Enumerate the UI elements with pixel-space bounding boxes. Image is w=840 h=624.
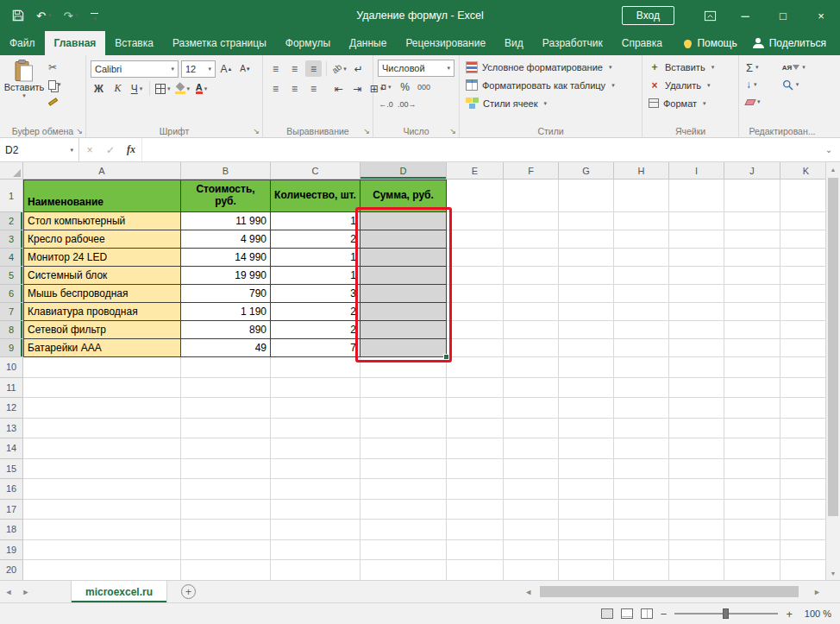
cell-H16[interactable] [614,479,669,500]
cell-F1[interactable] [504,180,559,212]
cell-B10[interactable] [181,357,271,378]
row-header-16[interactable]: 16 [0,479,23,500]
cell-F5[interactable] [504,267,559,285]
cell-D17[interactable] [360,500,447,520]
cell-C17[interactable] [271,500,360,520]
cell-F10[interactable] [504,357,559,378]
cell-H12[interactable] [614,398,669,419]
bold-button[interactable]: Ж [91,80,107,97]
cell-A19[interactable] [23,540,181,561]
cell-G1[interactable] [559,180,614,212]
cell-J3[interactable] [724,230,780,249]
cell-K9[interactable] [780,339,825,357]
cell-C20[interactable] [271,560,360,580]
clear-button[interactable]: ▾ [746,94,774,110]
sheet-tab[interactable]: microexcel.ru [71,581,167,602]
cell-B9[interactable]: 49 [181,339,271,357]
cell-E16[interactable] [447,479,504,500]
cell-E17[interactable] [447,500,504,520]
number-format-combo[interactable]: Числовой ▾ [378,60,454,77]
row-header-17[interactable]: 17 [0,500,23,520]
row-header-2[interactable]: 2 [0,212,23,230]
cell-J14[interactable] [724,438,780,459]
cell-K10[interactable] [780,357,825,378]
cell-A20[interactable] [23,560,181,580]
cell-K3[interactable] [780,230,825,249]
align-top-button[interactable]: ≡ [267,60,284,77]
cell-C12[interactable] [271,398,360,419]
cell-H11[interactable] [614,378,669,399]
tab-Формулы[interactable]: Формулы [276,31,340,55]
zoom-in-button[interactable]: + [786,608,793,621]
cell-C9[interactable]: 7 [271,339,360,357]
zoom-slider-thumb[interactable] [723,608,729,619]
cell-D16[interactable] [360,479,447,500]
horizontal-scroll-thumb[interactable] [540,586,799,597]
cell-F9[interactable] [504,339,559,357]
align-left-button[interactable]: ≡ [267,80,284,97]
cell-D4[interactable] [360,249,447,267]
cell-E9[interactable] [447,339,504,357]
comma-style-button[interactable]: 000 [416,79,432,95]
cell-C3[interactable]: 2 [271,230,360,249]
cell-D9[interactable] [360,339,447,357]
enter-button[interactable]: ✓ [100,138,121,161]
vertical-scroll-thumb[interactable] [828,178,838,516]
italic-button[interactable]: К [110,80,126,97]
cut-button[interactable]: ✂ [48,60,61,74]
tab-Вид[interactable]: Вид [495,31,533,55]
cell-I16[interactable] [669,479,724,500]
cell-C16[interactable] [271,479,360,500]
cell-C11[interactable] [271,378,360,399]
cell-D13[interactable] [360,419,447,439]
align-right-button[interactable]: ≡ [305,80,322,97]
cell-K12[interactable] [780,398,825,419]
cell-I4[interactable] [669,249,724,267]
zoom-level[interactable]: 100 % [800,608,831,619]
cell-A3[interactable]: Кресло рабочее [23,230,181,249]
cell-B19[interactable] [181,540,271,561]
tab-Рецензирование[interactable]: Рецензирование [396,31,495,55]
cell-I14[interactable] [669,438,724,459]
percent-style-button[interactable]: % [397,79,413,95]
cell-A17[interactable] [23,500,181,520]
cell-F12[interactable] [504,398,559,419]
cell-J2[interactable] [724,212,780,230]
cell-I15[interactable] [669,459,724,480]
column-header-C[interactable]: C [271,162,360,180]
cell-B15[interactable] [181,459,271,480]
cell-A2[interactable]: Стол компьютерный [23,212,181,230]
cell-E19[interactable] [447,540,504,561]
row-header-9[interactable]: 9 [0,339,23,357]
cell-F16[interactable] [504,479,559,500]
cell-G4[interactable] [559,249,614,267]
cell-H14[interactable] [614,438,669,459]
cell-F2[interactable] [504,212,559,230]
cell-F15[interactable] [504,459,559,480]
cell-E13[interactable] [447,419,504,439]
insert-cells-button[interactable]: + Вставить ▾ [646,58,735,76]
cell-F17[interactable] [504,500,559,520]
horizontal-scroll-track[interactable] [535,585,811,598]
cell-G12[interactable] [559,398,614,419]
page-break-view-button[interactable] [641,608,653,619]
cell-E3[interactable] [447,230,504,249]
tab-Разметка страницы[interactable]: Разметка страницы [163,31,276,55]
cell-G18[interactable] [559,520,614,540]
decrease-indent-button[interactable]: ⇤ [330,80,347,97]
tab-Файл[interactable]: Файл [0,31,45,55]
row-header-11[interactable]: 11 [0,378,23,399]
cell-B14[interactable] [181,438,271,459]
scroll-down-icon[interactable]: ▼ [826,566,840,580]
cell-D2[interactable] [360,212,447,230]
cell-E18[interactable] [447,520,504,540]
decrease-decimal-button[interactable]: .00→ [397,97,417,113]
cell-B13[interactable] [181,419,271,439]
align-middle-button[interactable]: ≡ [286,60,303,77]
cell-A4[interactable]: Монитор 24 LED [23,249,181,267]
paste-button[interactable]: Вставить ▾ [3,58,45,109]
cell-E10[interactable] [447,357,504,378]
cell-I1[interactable] [669,180,724,212]
cell-A16[interactable] [23,479,181,500]
cell-F19[interactable] [504,540,559,561]
